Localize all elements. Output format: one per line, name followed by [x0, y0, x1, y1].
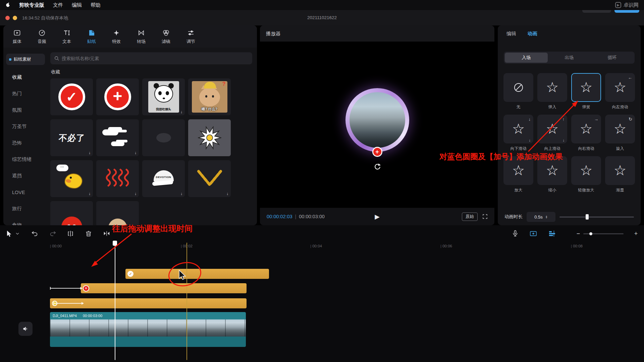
sticker-grid: ✓ + 我想吃馒头 ↓ [50, 78, 257, 225]
sidebar-item-favorites[interactable]: 收藏 [3, 69, 48, 85]
sidebar-item-halloween[interactable]: 万圣节 [3, 118, 48, 135]
rotate-handle-icon[interactable] [374, 163, 381, 170]
select-tool-button[interactable] [5, 230, 13, 238]
track-mute-button[interactable] [18, 322, 33, 336]
anim-preset-zoom-in[interactable]: ☆ 放大 [503, 156, 534, 193]
play-button[interactable]: ▶ [375, 214, 380, 220]
cap-image: DEVOTION [150, 169, 178, 188]
menu-file[interactable]: 文件 [53, 2, 63, 8]
tab-media[interactable]: 媒体 [5, 25, 30, 48]
anim-preset-slide-left[interactable]: ☆← 向左滑动 [605, 73, 635, 110]
tab-transitions[interactable]: 转场 [129, 25, 154, 48]
sticker-text-bubuliao[interactable]: 不必了 ↓ [50, 119, 93, 156]
duration-slider[interactable] [559, 217, 634, 218]
stepper-arrows-icon[interactable]: ▲▼ [545, 215, 548, 219]
record-voiceover-button[interactable] [511, 230, 519, 238]
tab-filters[interactable]: 滤镜 [154, 25, 178, 48]
sidebar-item-food[interactable]: 食物 [3, 217, 48, 225]
duration-stepper[interactable]: 0.5s ▲▼ [527, 212, 555, 222]
sticker-devotion-cap[interactable]: DEVOTION ↓ [142, 160, 185, 197]
video-track-clip[interactable]: DJI_0411.MP4 00:00:03:00 [50, 312, 246, 347]
anim-preset-spin-in[interactable]: ☆↻ 旋入 [605, 115, 635, 152]
sidebar-header-sticker-library[interactable]: 贴纸素材 [6, 54, 45, 65]
select-tool-chevron-icon[interactable] [13, 230, 21, 238]
sticker-dark[interactable] [142, 119, 185, 156]
sticker-red-curls[interactable]: ↓ [96, 160, 139, 197]
menu-help[interactable]: 帮助 [91, 2, 101, 8]
tab-adjust[interactable]: 调节 [178, 25, 203, 48]
tab-text[interactable]: 文本 [54, 25, 79, 48]
duration-slider-handle[interactable] [586, 214, 589, 220]
anim-preset-spring-selected[interactable]: ☆ 弹簧 [571, 73, 601, 110]
tab-audio[interactable]: 音频 [30, 25, 54, 48]
video-clip-duration: 00:00:03:00 [83, 314, 102, 318]
timeline-zoom-handle[interactable] [589, 232, 592, 235]
sticker-clouds[interactable]: ↓ [96, 119, 139, 156]
anim-preset-zoom-out[interactable]: ☆ 缩小 [537, 156, 568, 193]
sticker-gold-chain[interactable]: ↓ [188, 160, 231, 197]
search-input[interactable] [62, 56, 248, 61]
download-icon[interactable]: ↓ [89, 151, 91, 155]
download-icon[interactable]: ↓ [135, 192, 137, 196]
download-icon[interactable]: ↓ [180, 110, 182, 114]
anim-preset-fade-in[interactable]: ☆ 渐显 [605, 156, 635, 193]
redo-button[interactable] [49, 230, 57, 238]
sticker-partial[interactable] [96, 201, 139, 225]
fullscreen-icon[interactable] [482, 214, 488, 219]
anim-preset-bounce-in[interactable]: ☆ 弹入 [537, 73, 568, 110]
segment-out[interactable]: 出场 [548, 53, 591, 63]
playhead-line[interactable] [115, 242, 115, 360]
sticker-red-check[interactable]: ✓ [50, 78, 93, 115]
duck-image [56, 163, 87, 194]
segment-loop[interactable]: 循环 [591, 53, 634, 63]
sidebar-item-horror[interactable]: 恐怖 [3, 135, 48, 151]
tab-edit[interactable]: 编辑 [506, 31, 516, 37]
sticker-red-question[interactable]: ? ? [50, 201, 93, 225]
sticker-search-bar[interactable] [50, 52, 252, 64]
tab-effects[interactable]: 特效 [104, 25, 129, 48]
sticker-explosion-selected[interactable] [188, 119, 231, 156]
sidebar-item-ambience[interactable]: 氛围 [3, 102, 48, 118]
fade-in-indicator[interactable] [53, 303, 84, 304]
fade-in-indicator[interactable] [50, 288, 82, 289]
zoom-out-button[interactable]: − [574, 230, 582, 238]
anim-preset-slide-up[interactable]: ☆↑↓ 向上滑动 [537, 115, 568, 152]
split-clip-button[interactable] [66, 230, 74, 238]
download-icon[interactable]: ↓ [226, 192, 228, 196]
download-icon[interactable]: ↓ [89, 192, 91, 196]
undo-button[interactable] [31, 230, 39, 238]
circle-ring-sticker[interactable] [345, 88, 409, 152]
tab-animation[interactable]: 动画 [528, 31, 537, 37]
anim-preset-none[interactable]: 无 [503, 73, 534, 110]
preview-axis-button[interactable] [529, 230, 537, 238]
sidebar-item-cover[interactable]: 遮挡 [3, 168, 48, 184]
apple-menu-icon[interactable] [5, 2, 10, 8]
original-quality-button[interactable]: 原始 [462, 213, 478, 221]
anim-preset-slide-right[interactable]: ☆→ 向右滑动 [571, 115, 601, 152]
sticker-cat-meme[interactable]: ? 喂? 什么? [188, 78, 231, 115]
sidebar-item-love[interactable]: LOVE [3, 184, 48, 200]
download-icon[interactable]: ↓ [135, 151, 137, 155]
sticker-red-plus[interactable]: + [96, 78, 139, 115]
menu-edit[interactable]: 编辑 [72, 2, 82, 8]
timeline-zoom-slider[interactable] [583, 233, 624, 234]
plus-sticker-overlay[interactable]: + [372, 147, 382, 157]
sidebar-item-variety[interactable]: 综艺情绪 [3, 151, 48, 168]
anim-preset-slide-down[interactable]: ☆↓↓ 向下滑动 [503, 115, 534, 152]
anim-preset-slight-zoom[interactable]: ☆ 轻微放大 [571, 156, 601, 193]
tab-sticker[interactable]: 贴纸 [79, 25, 104, 48]
auto-snap-button[interactable] [548, 230, 556, 238]
segment-in[interactable]: 入场 [505, 53, 548, 63]
video-preview[interactable]: + [260, 42, 494, 208]
zoom-in-button[interactable]: + [632, 230, 640, 238]
app-menu-title[interactable]: 剪映专业版 [19, 2, 44, 8]
sticker-panda-meme[interactable]: 我想吃馒头 ↓ [142, 78, 185, 115]
sidebar-item-travel[interactable]: 旅行 [3, 200, 48, 217]
sticker-track-check[interactable]: ✓ [125, 269, 269, 279]
sticker-track-plus[interactable]: + [81, 283, 247, 293]
sidebar-item-hot[interactable]: 热门 [3, 85, 48, 102]
download-icon[interactable]: ↓ [180, 192, 182, 196]
mirror-clip-button[interactable] [103, 230, 111, 238]
delete-clip-button[interactable] [85, 230, 93, 238]
sticker-yellow-duck[interactable]: ↓ [50, 160, 93, 197]
